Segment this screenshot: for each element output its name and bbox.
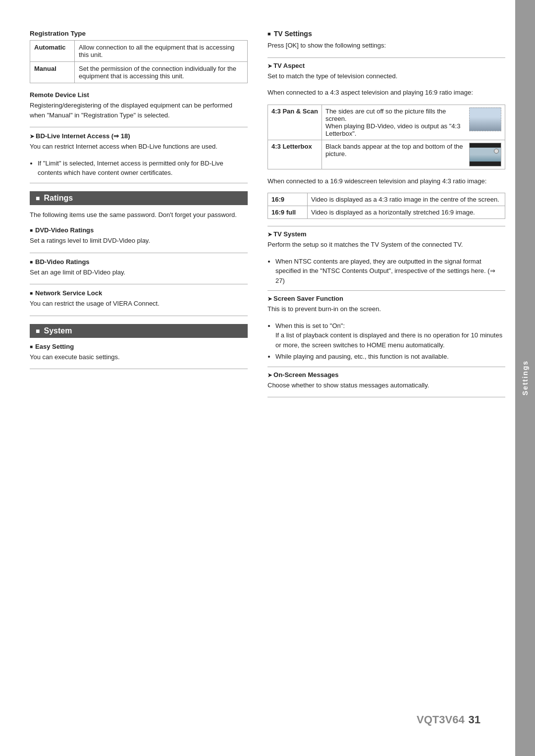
bd-ratings-title: BD-Video Ratings: [30, 258, 248, 266]
tv-system-bullets: When NTSC contents are played, they are …: [268, 257, 505, 286]
reg-desc-automatic: Allow connection to all the equipment th…: [75, 41, 248, 62]
letterbox-label: 4:3 Letterbox: [268, 140, 322, 169]
divider: [268, 57, 505, 58]
tv-aspect-intro3: When connected to a 16:9 widescreen tele…: [268, 176, 505, 186]
reg-desc-manual: Set the permission of the connection ind…: [75, 62, 248, 83]
bd-live-bullets: If "Limit" is selected, Internet access …: [30, 159, 248, 178]
divider: [30, 284, 248, 284]
pan-scan-image: [469, 108, 501, 131]
settings-sidebar: Settings: [515, 0, 535, 756]
letterbox-image: [469, 143, 501, 166]
screen-saver-body: This is to prevent burn-in on the screen…: [268, 304, 505, 314]
screen-saver-heading: Screen Saver Function: [268, 295, 505, 302]
table-row: Manual Set the permission of the connect…: [30, 62, 248, 83]
page-number-area: VQT3V64 31: [30, 713, 505, 726]
169full-desc: Video is displayed as a horizontally str…: [308, 206, 505, 219]
screen-saver-bullets: When this is set to "On":If a list of pl…: [268, 321, 505, 362]
dvd-ratings-title: DVD-Video Ratings: [30, 226, 248, 234]
registration-type-table: Automatic Allow connection to all the eq…: [30, 40, 248, 83]
divider: [30, 369, 248, 369]
divider: [268, 226, 505, 226]
registration-type-title: Registration Type: [30, 30, 248, 37]
settings-label: Settings: [521, 355, 529, 400]
tv-system-subsection: TV System Perform the setup so it matche…: [268, 230, 505, 285]
list-item: When NTSC contents are played, they are …: [275, 257, 505, 286]
169full-label: 16:9 full: [268, 206, 308, 219]
remote-device-body: Registering/deregistering of the display…: [30, 101, 248, 120]
bd-live-section: BD-Live Internet Access (⇒ 18) You can r…: [30, 132, 248, 178]
ratings-intro: The following items use the same passwor…: [30, 210, 248, 220]
bd-ratings-body: Set an age limit of BD-Video play.: [30, 268, 248, 277]
easy-setting-subsection: Easy Setting You can execute basic setti…: [30, 343, 248, 362]
tv-settings-intro: Press [OK] to show the following setting…: [268, 41, 505, 51]
list-item: When this is set to "On":If a list of pl…: [275, 321, 505, 350]
divider: [268, 367, 505, 367]
pan-scan-label: 4:3 Pan & Scan: [268, 105, 322, 140]
network-lock-subsection: Network Service Lock You can restrict th…: [30, 289, 248, 309]
169-label: 16:9: [268, 193, 308, 206]
dvd-ratings-body: Set a ratings level to limit DVD-Video p…: [30, 236, 248, 246]
bd-live-heading: BD-Live Internet Access (⇒ 18): [30, 132, 248, 140]
tv-aspect-subsection: TV Aspect Set to match the type of telev…: [268, 62, 505, 219]
divider: [30, 183, 248, 183]
remote-device-section: Remote Device List Registering/deregiste…: [30, 91, 248, 120]
ratings-section-title: Ratings: [30, 191, 248, 205]
system-section-title: System: [30, 324, 248, 338]
tv-settings-section: TV Settings Press [OK] to show the follo…: [268, 30, 505, 397]
system-section: System Easy Setting You can execute basi…: [30, 324, 248, 370]
tv-settings-title: TV Settings: [268, 30, 505, 38]
divider: [268, 397, 505, 397]
right-column: TV Settings Press [OK] to show the follo…: [268, 30, 505, 703]
network-lock-body: You can restrict the usage of VIERA Conn…: [30, 299, 248, 309]
page-number: 31: [469, 713, 481, 726]
tv-system-body: Perform the setup so it matches the TV S…: [268, 240, 505, 250]
divider: [30, 127, 248, 127]
remote-device-title: Remote Device List: [30, 91, 248, 99]
divider: [268, 290, 505, 291]
easy-setting-body: You can execute basic settings.: [30, 352, 248, 362]
pan-scan-desc: The sides are cut off so the picture fil…: [321, 105, 505, 140]
tv-system-heading: TV System: [268, 230, 505, 238]
table-row: 4:3 Letterbox Black bands appear at the …: [268, 140, 505, 169]
on-screen-body: Choose whether to show status messages a…: [268, 380, 505, 390]
divider: [30, 316, 248, 316]
easy-setting-title: Easy Setting: [30, 343, 248, 350]
registration-type-section: Registration Type Automatic Allow connec…: [30, 30, 248, 83]
letterbox-text: Black bands appear at the top and bottom…: [325, 143, 463, 158]
table-row: Automatic Allow connection to all the eq…: [30, 41, 248, 62]
dvd-ratings-subsection: DVD-Video Ratings Set a ratings level to…: [30, 226, 248, 246]
letterbox-desc: Black bands appear at the top and bottom…: [321, 140, 505, 169]
network-lock-title: Network Service Lock: [30, 289, 248, 297]
table-row: 4:3 Pan & Scan The sides are cut off so …: [268, 105, 505, 140]
reg-label-manual: Manual: [30, 62, 75, 83]
list-item: If "Limit" is selected, Internet access …: [38, 159, 248, 178]
tv-aspect-intro1: Set to match the type of television conn…: [268, 71, 505, 81]
tv-aspect-heading: TV Aspect: [268, 62, 505, 69]
left-column: Registration Type Automatic Allow connec…: [30, 30, 248, 703]
169-desc: Video is displayed as a 4:3 ratio image …: [308, 193, 505, 206]
divider: [30, 253, 248, 253]
table-row: 16:9 full Video is displayed as a horizo…: [268, 206, 505, 219]
on-screen-heading: On-Screen Messages: [268, 371, 505, 378]
on-screen-subsection: On-Screen Messages Choose whether to sho…: [268, 371, 505, 390]
screen-saver-subsection: Screen Saver Function This is to prevent…: [268, 295, 505, 362]
list-item: While playing and pausing, etc., this fu…: [275, 352, 505, 362]
table-row: 16:9 Video is displayed as a 4:3 ratio i…: [268, 193, 505, 206]
ratings-section: Ratings The following items use the same…: [30, 191, 248, 316]
page-code: VQT3V64: [417, 713, 465, 726]
tv-aspect-intro2: When connected to a 4:3 aspect televisio…: [268, 88, 505, 98]
pan-scan-text: The sides are cut off so the picture fil…: [325, 108, 463, 137]
aspect-43-table: 4:3 Pan & Scan The sides are cut off so …: [268, 105, 505, 169]
aspect-169-table: 16:9 Video is displayed as a 4:3 ratio i…: [268, 193, 505, 219]
bd-ratings-subsection: BD-Video Ratings Set an age limit of BD-…: [30, 258, 248, 277]
reg-label-automatic: Automatic: [30, 41, 75, 62]
bd-live-body: You can restrict Internet access when BD…: [30, 142, 248, 152]
